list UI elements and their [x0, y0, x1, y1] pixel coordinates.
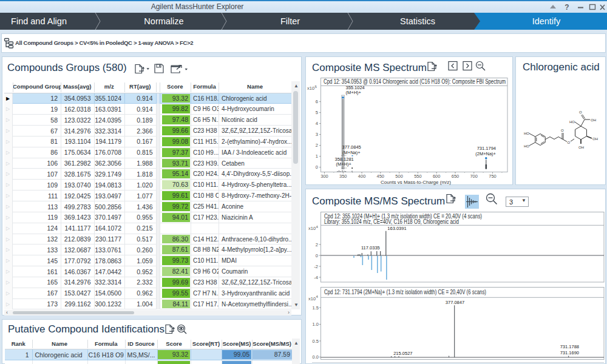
svg-text:731.1794: 731.1794: [477, 146, 496, 151]
svg-text:350: 350: [339, 174, 347, 179]
svg-text:HO: HO: [524, 132, 529, 135]
svg-text:Cpd 12: 731.1794 (2M+Na)+ (1.3: Cpd 12: 731.1794 (2M+Na)+ (1.3 m/z isola…: [324, 289, 486, 295]
svg-text:OH: OH: [591, 118, 596, 122]
svg-text:?: ?: [565, 3, 569, 12]
svg-text:-4: -4: [314, 275, 318, 280]
svg-text:4: 4: [316, 225, 319, 229]
svg-text:0.0: 0.0: [313, 354, 319, 360]
svg-text:377.0847: 377.0847: [446, 300, 464, 305]
svg-text:5: 5: [316, 110, 318, 115]
svg-text:5: 5: [315, 85, 317, 89]
svg-text:1: 1: [316, 153, 318, 159]
svg-text:400: 400: [358, 174, 366, 179]
svg-text:HO: HO: [524, 144, 529, 148]
svg-text:750: 750: [489, 174, 497, 179]
svg-text:300: 300: [320, 174, 328, 179]
svg-text:O: O: [579, 110, 582, 114]
svg-text:0: 0: [316, 164, 318, 170]
svg-text:0.5: 0.5: [313, 339, 319, 344]
svg-text:Counts vs Mass-to-Charge (m/z): Counts vs Mass-to-Charge (m/z): [381, 180, 451, 185]
svg-text:500: 500: [395, 174, 403, 179]
svg-text:1.0: 1.0: [313, 322, 319, 327]
svg-text:4: 4: [316, 121, 318, 126]
svg-text:OH: OH: [578, 146, 584, 149]
svg-text:2: 2: [316, 242, 318, 248]
svg-text:(M+H)+: (M+H)+: [346, 90, 362, 95]
svg-text:0: 0: [316, 253, 318, 258]
svg-text:163.0391: 163.0391: [387, 226, 406, 231]
svg-text:600: 600: [433, 174, 441, 179]
svg-text:450: 450: [377, 174, 385, 179]
svg-text:650: 650: [452, 174, 459, 179]
svg-text:377.0845: 377.0845: [342, 144, 361, 150]
svg-text:1.5: 1.5: [313, 305, 319, 311]
svg-text:731.1690: 731.1690: [560, 350, 579, 356]
svg-text:x10: x10: [308, 296, 316, 302]
svg-text:HO: HO: [569, 120, 575, 124]
svg-text:550: 550: [414, 174, 422, 179]
svg-text:Cpd 12: 354.0953 @ 0.914 Chlor: Cpd 12: 354.0953 @ 0.914 Chlorogenic aci…: [324, 78, 506, 85]
svg-text:O: O: [568, 141, 571, 144]
svg-text:4: 4: [316, 295, 319, 298]
svg-text:700: 700: [470, 174, 478, 179]
svg-text:6: 6: [316, 99, 318, 104]
svg-text:3: 3: [316, 132, 318, 137]
svg-text:2: 2: [316, 143, 318, 148]
svg-text:OH: OH: [592, 137, 598, 141]
svg-text:117.0335: 117.0335: [361, 245, 380, 251]
svg-text:(M+H)+: (M+H)+: [336, 161, 351, 167]
svg-text:(M+Na)+: (M+Na)+: [342, 150, 361, 155]
svg-text:-2: -2: [314, 264, 318, 269]
svg-text:x10: x10: [307, 86, 314, 91]
svg-text:x10: x10: [308, 226, 316, 231]
svg-text:(2M+Na)+: (2M+Na)+: [475, 151, 496, 157]
svg-text:215.0527: 215.0527: [393, 351, 412, 356]
svg-text:Library: 355.1024 m/z, CE=40V,: Library: 355.1024 m/z, CE=40V, C16 H18 O…: [324, 218, 459, 225]
svg-text:O: O: [561, 129, 564, 132]
svg-text:731.1788: 731.1788: [560, 344, 579, 349]
